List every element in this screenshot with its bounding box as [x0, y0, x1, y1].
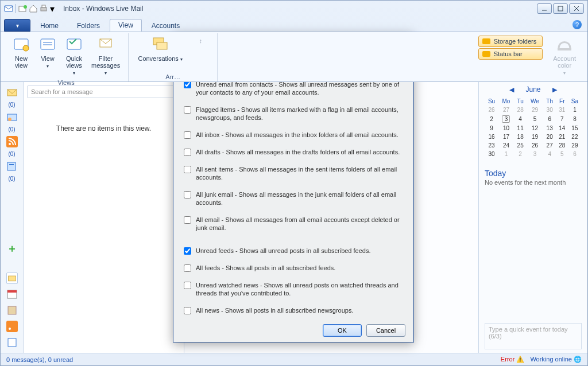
calendar-day[interactable]: 20: [543, 133, 556, 141]
minimize-button[interactable]: [537, 3, 552, 14]
status-error[interactable]: Error ⚠️: [501, 356, 525, 363]
calendar-day[interactable]: 18: [514, 133, 527, 141]
help-button[interactable]: ?: [572, 20, 582, 29]
tab-home[interactable]: Home: [32, 20, 67, 32]
quick-view-checkbox[interactable]: [184, 264, 191, 272]
calendar-day[interactable]: 4: [514, 114, 527, 124]
new-mail-icon[interactable]: [18, 4, 28, 13]
quick-view-option[interactable]: All email - Shows all messages from all …: [184, 216, 403, 232]
calendar-day[interactable]: 22: [568, 133, 582, 141]
next-month-button[interactable]: ▶: [552, 86, 557, 94]
calendar-day[interactable]: 31: [556, 106, 568, 114]
calendar-grid[interactable]: SuMoTuWeThFrSa 2627282930311234567891011…: [485, 97, 582, 158]
calendar-day[interactable]: 14: [556, 124, 568, 133]
quick-view-option[interactable]: All feeds - Shows all posts in all subsc…: [184, 264, 403, 272]
calendar-day[interactable]: 28: [514, 106, 527, 114]
view-button[interactable]: View▾: [36, 34, 59, 71]
prev-month-button[interactable]: ◀: [509, 86, 514, 94]
home-icon[interactable]: [29, 4, 38, 13]
quick-view-option[interactable]: Unread watched news - Shows all unread p…: [184, 281, 403, 297]
calendar-day[interactable]: 26: [527, 141, 543, 150]
new-view-button[interactable]: New view: [10, 34, 33, 70]
calendar-day[interactable]: 7: [556, 114, 568, 124]
calendar-day[interactable]: 13: [543, 124, 556, 133]
status-online[interactable]: Working online 🌐: [530, 356, 582, 363]
feeds-module-icon[interactable]: [6, 321, 18, 332]
calendar-day[interactable]: 29: [527, 106, 543, 114]
calendar-day[interactable]: 21: [556, 133, 568, 141]
quick-view-option[interactable]: Unread email from contacts - Shows all u…: [184, 80, 403, 96]
news-icon[interactable]: [6, 161, 18, 172]
tab-folders[interactable]: Folders: [68, 20, 109, 32]
calendar-day[interactable]: 12: [527, 124, 543, 133]
quick-view-checkbox[interactable]: [184, 149, 191, 156]
calendar-day[interactable]: 28: [556, 141, 568, 150]
newsgroups-module-icon[interactable]: [6, 337, 18, 348]
quick-view-checkbox[interactable]: [184, 191, 191, 198]
print-icon[interactable]: [39, 4, 48, 13]
quick-views-button[interactable]: Quick views▾: [63, 34, 86, 78]
calendar-day[interactable]: 8: [568, 114, 582, 124]
quick-view-checkbox[interactable]: [184, 106, 191, 114]
calendar-day[interactable]: 29: [568, 141, 582, 150]
quick-view-option[interactable]: All sent items - Shows all messages in t…: [184, 165, 403, 181]
calendar-day[interactable]: 2: [514, 150, 527, 158]
quick-view-checkbox[interactable]: [184, 216, 191, 224]
calendar-day[interactable]: 19: [527, 133, 543, 141]
calendar-day[interactable]: 25: [514, 141, 527, 150]
cancel-button[interactable]: Cancel: [366, 324, 405, 337]
conversations-button[interactable]: Conversations ▾: [134, 34, 186, 64]
calendar-day[interactable]: 6: [568, 150, 582, 158]
expand-button[interactable]: ↕: [189, 34, 211, 47]
calendar-day[interactable]: 10: [498, 124, 514, 133]
calendar-day[interactable]: 16: [485, 133, 498, 141]
qat-dropdown-icon[interactable]: ▾: [49, 4, 55, 13]
calendar-day[interactable]: 17: [498, 133, 514, 141]
quick-view-checkbox[interactable]: [184, 131, 191, 139]
contacts-module-icon[interactable]: [6, 305, 18, 316]
search-input[interactable]: Search for a message: [27, 85, 180, 98]
calendar-day[interactable]: 15: [568, 124, 582, 133]
calendar-day[interactable]: 5: [556, 150, 568, 158]
calendar-day[interactable]: 27: [498, 106, 514, 114]
maximize-button[interactable]: [553, 3, 568, 14]
calendar-day[interactable]: 2: [485, 114, 498, 124]
calendar-day[interactable]: 3: [498, 114, 514, 124]
calendar-module-icon[interactable]: [6, 289, 18, 300]
quick-view-option[interactable]: All inbox - Shows all messages in the in…: [184, 131, 403, 139]
quick-view-checkbox[interactable]: [184, 166, 191, 173]
quick-view-option[interactable]: All junk email - Shows all messages in t…: [184, 190, 403, 207]
contacts-mail-icon[interactable]: [6, 111, 18, 123]
quick-view-option[interactable]: Flagged items - Shows all items marked w…: [184, 106, 403, 122]
quick-view-checkbox[interactable]: [184, 307, 191, 314]
calendar-day[interactable]: 24: [498, 141, 514, 150]
file-tab[interactable]: ▾: [4, 19, 30, 32]
feeds-icon[interactable]: [6, 136, 18, 147]
calendar-day[interactable]: 9: [485, 124, 498, 133]
calendar-day[interactable]: 23: [485, 141, 498, 150]
quick-view-checkbox[interactable]: [184, 282, 191, 289]
add-icon[interactable]: ＋: [6, 243, 18, 254]
quick-view-option[interactable]: All news - Shows all posts in all subscr…: [184, 306, 403, 314]
tab-accounts[interactable]: Accounts: [143, 20, 188, 32]
quick-view-checkbox[interactable]: [184, 247, 191, 255]
filter-messages-button[interactable]: Filter messages▾: [89, 34, 122, 78]
ok-button[interactable]: OK: [323, 324, 362, 337]
quick-view-option[interactable]: All drafts - Shows all messages in the d…: [184, 148, 403, 156]
calendar-day[interactable]: 26: [485, 106, 498, 114]
calendar-day[interactable]: 30: [543, 106, 556, 114]
calendar-day[interactable]: 30: [485, 150, 498, 158]
calendar-day[interactable]: 3: [527, 150, 543, 158]
calendar-day[interactable]: 11: [514, 124, 527, 133]
status-bar-button[interactable]: Status bar: [478, 48, 543, 60]
calendar-day[interactable]: 1: [498, 150, 514, 158]
calendar-day[interactable]: 1: [568, 106, 582, 114]
close-button[interactable]: [569, 3, 584, 14]
calendar-day[interactable]: 6: [543, 114, 556, 124]
mail-module-icon[interactable]: [6, 272, 18, 284]
quick-view-option[interactable]: Unread feeds - Shows all unread posts in…: [184, 247, 403, 255]
calendar-day[interactable]: 4: [543, 150, 556, 158]
storage-folders-button[interactable]: Storage folders: [478, 36, 543, 47]
tab-view[interactable]: View: [110, 19, 142, 32]
calendar-day[interactable]: 5: [527, 114, 543, 124]
